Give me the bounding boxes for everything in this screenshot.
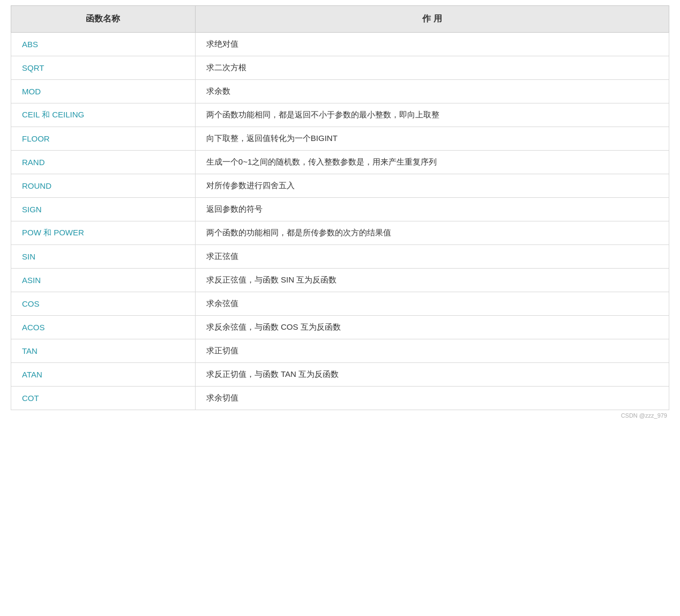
func-description-cell: 求反正弦值，与函数 SIN 互为反函数	[195, 269, 669, 292]
func-name-cell: ROUND	[11, 174, 196, 198]
func-name-cell: RAND	[11, 151, 196, 174]
func-description-cell: 两个函数的功能相同，都是所传参数的次方的结果值	[195, 221, 669, 245]
table-row: TAN求正切值	[11, 339, 669, 363]
func-name-cell: ACOS	[11, 316, 196, 339]
func-name-cell: CEIL 和 CEILING	[11, 103, 196, 127]
table-row: SQRT求二次方根	[11, 56, 669, 80]
func-description-cell: 求余弦值	[195, 292, 669, 316]
table-row: SIN求正弦值	[11, 245, 669, 269]
func-name-cell: SIN	[11, 245, 196, 269]
func-name-cell: COT	[11, 387, 196, 410]
func-description-cell: 求正弦值	[195, 245, 669, 269]
func-name-cell: SQRT	[11, 56, 196, 80]
func-description-cell: 对所传参数进行四舍五入	[195, 174, 669, 198]
func-description-cell: 求余数	[195, 80, 669, 103]
table-row: FLOOR向下取整，返回值转化为一个BIGINT	[11, 127, 669, 151]
page-wrapper: 函数名称 作 用 ABS求绝对值SQRT求二次方根MOD求余数CEIL 和 CE…	[0, 0, 680, 616]
func-description-cell: 求绝对值	[195, 33, 669, 56]
func-name-cell: FLOOR	[11, 127, 196, 151]
table-row: ABS求绝对值	[11, 33, 669, 56]
table-row: ASIN求反正弦值，与函数 SIN 互为反函数	[11, 269, 669, 292]
func-description-cell: 求余切值	[195, 387, 669, 410]
func-name-cell: POW 和 POWER	[11, 221, 196, 245]
func-description-cell: 两个函数功能相同，都是返回不小于参数的最小整数，即向上取整	[195, 103, 669, 127]
table-row: POW 和 POWER两个函数的功能相同，都是所传参数的次方的结果值	[11, 221, 669, 245]
col-header-name: 函数名称	[11, 6, 196, 33]
table-row: RAND生成一个0~1之间的随机数，传入整数参数是，用来产生重复序列	[11, 151, 669, 174]
table-header-row: 函数名称 作 用	[11, 6, 669, 33]
table-row: SIGN返回参数的符号	[11, 198, 669, 221]
func-name-cell: COS	[11, 292, 196, 316]
func-name-cell: ATAN	[11, 363, 196, 387]
func-description-cell: 求正切值	[195, 339, 669, 363]
func-name-cell: SIGN	[11, 198, 196, 221]
func-description-cell: 求反余弦值，与函数 COS 互为反函数	[195, 316, 669, 339]
table-row: ATAN求反正切值，与函数 TAN 互为反函数	[11, 363, 669, 387]
table-row: COT求余切值	[11, 387, 669, 410]
watermark: CSDN @zzz_979	[11, 412, 669, 419]
func-name-cell: ABS	[11, 33, 196, 56]
table-row: ACOS求反余弦值，与函数 COS 互为反函数	[11, 316, 669, 339]
func-description-cell: 向下取整，返回值转化为一个BIGINT	[195, 127, 669, 151]
col-header-description: 作 用	[195, 6, 669, 33]
table-row: COS求余弦值	[11, 292, 669, 316]
functions-table: 函数名称 作 用 ABS求绝对值SQRT求二次方根MOD求余数CEIL 和 CE…	[11, 5, 669, 410]
table-row: MOD求余数	[11, 80, 669, 103]
func-description-cell: 求反正切值，与函数 TAN 互为反函数	[195, 363, 669, 387]
func-description-cell: 求二次方根	[195, 56, 669, 80]
func-name-cell: MOD	[11, 80, 196, 103]
func-name-cell: TAN	[11, 339, 196, 363]
func-description-cell: 返回参数的符号	[195, 198, 669, 221]
table-row: CEIL 和 CEILING两个函数功能相同，都是返回不小于参数的最小整数，即向…	[11, 103, 669, 127]
func-name-cell: ASIN	[11, 269, 196, 292]
table-row: ROUND对所传参数进行四舍五入	[11, 174, 669, 198]
func-description-cell: 生成一个0~1之间的随机数，传入整数参数是，用来产生重复序列	[195, 151, 669, 174]
